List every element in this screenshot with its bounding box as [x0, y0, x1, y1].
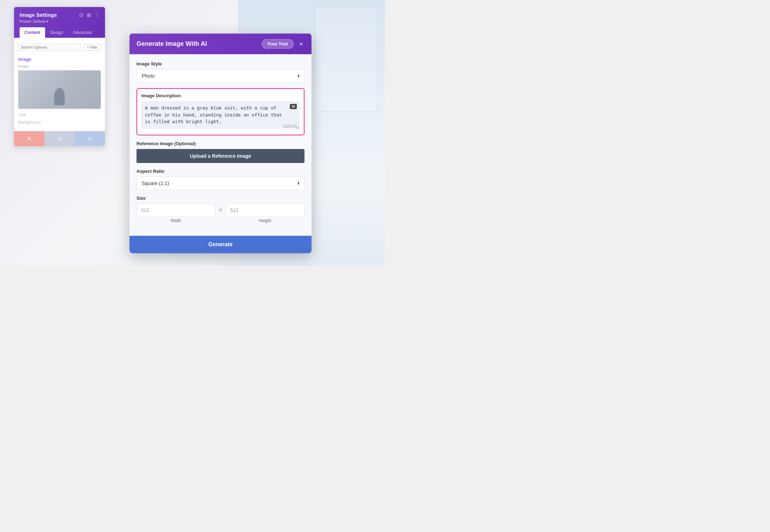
- description-textarea[interactable]: A man dressed in a gray blue suit, with …: [141, 101, 300, 129]
- search-row: + Filter: [18, 41, 101, 53]
- close-button[interactable]: ×: [298, 40, 304, 48]
- image-style-select-wrapper: Photo Illustration Oil Painting Watercol…: [136, 69, 304, 83]
- panel-title: Image Settings: [20, 12, 57, 18]
- resize-handle: ⤡: [296, 126, 299, 130]
- search-input[interactable]: [18, 43, 81, 51]
- modal-title: Generate Image With AI: [136, 40, 207, 48]
- aspect-ratio-label: Aspect Ratio: [136, 169, 304, 174]
- reference-image-label: Reference Image (Optional): [136, 141, 304, 146]
- image-thumbnail: [18, 70, 101, 109]
- bg-label: Background: [18, 120, 101, 125]
- thumb-figure: [54, 88, 65, 105]
- undo-button[interactable]: ↺: [44, 131, 75, 146]
- redo-button[interactable]: ↻: [75, 131, 105, 146]
- aspect-ratio-group: Aspect Ratio Square (1:1) Landscape (16:…: [136, 169, 304, 190]
- image-style-label: Image Style: [136, 61, 304, 66]
- height-input[interactable]: [226, 204, 304, 217]
- width-input[interactable]: [136, 204, 215, 217]
- aspect-ratio-select-wrapper: Square (1:1) Landscape (16:9) Portrait (…: [136, 177, 304, 190]
- image-description-group: Image Description A man dressed in a gra…: [136, 88, 304, 135]
- height-group: Height: [226, 204, 304, 223]
- height-label: Height: [259, 218, 271, 223]
- tab-advanced[interactable]: Advanced: [68, 27, 97, 38]
- tab-design[interactable]: Design: [45, 27, 68, 38]
- section-image-label: Image: [18, 57, 101, 62]
- more-icon[interactable]: ⋮: [94, 12, 99, 18]
- tab-content[interactable]: Content: [20, 27, 45, 38]
- link-label: Link: [18, 112, 101, 117]
- image-settings-panel: Image Settings ⊡ ⊞ ⋮ Preset: Default ▾ C…: [14, 7, 105, 146]
- size-x-separator: X: [219, 207, 222, 213]
- layout-icon[interactable]: ⊞: [87, 12, 91, 18]
- ai-badge: AI: [290, 104, 297, 109]
- size-row: Width X Height: [136, 204, 304, 223]
- free-trial-badge[interactable]: Free Trial: [262, 39, 294, 49]
- panel-header: Image Settings ⊡ ⊞ ⋮ Preset: Default ▾ C…: [14, 7, 105, 38]
- image-style-select[interactable]: Photo Illustration Oil Painting Watercol…: [136, 69, 304, 83]
- panel-preset[interactable]: Preset: Default ▾: [20, 19, 99, 24]
- char-count: 128/200: [283, 124, 297, 128]
- image-style-group: Image Style Photo Illustration Oil Paint…: [136, 61, 304, 83]
- preview-window: [315, 7, 378, 112]
- panel-body: + Filter Image Image Link Background: [14, 38, 105, 131]
- panel-tabs: Content Design Advanced: [20, 27, 99, 38]
- width-label: Width: [170, 218, 181, 223]
- size-label: Size: [136, 196, 304, 201]
- filter-button[interactable]: + Filter: [84, 44, 101, 51]
- modal-body: Image Style Photo Illustration Oil Paint…: [130, 54, 312, 236]
- panel-header-icons: ⊡ ⊞ ⋮: [79, 12, 99, 18]
- modal-footer: Generate: [130, 236, 312, 253]
- generate-button[interactable]: Generate: [130, 236, 312, 253]
- panel-header-top: Image Settings ⊡ ⊞ ⋮: [20, 12, 99, 18]
- description-textarea-wrapper: A man dressed in a gray blue suit, with …: [141, 101, 300, 130]
- bottom-buttons: ✕ ↺ ↻: [14, 131, 105, 146]
- cancel-button[interactable]: ✕: [14, 131, 44, 146]
- generate-image-modal: Generate Image With AI Free Trial × Imag…: [130, 34, 312, 253]
- description-label: Image Description: [141, 93, 300, 98]
- width-group: Width: [136, 204, 215, 223]
- size-group: Size Width X Height: [136, 196, 304, 223]
- modal-header: Generate Image With AI Free Trial ×: [130, 34, 312, 54]
- expand-icon[interactable]: ⊡: [79, 12, 83, 18]
- reference-image-group: Reference Image (Optional) Upload a Refe…: [136, 141, 304, 163]
- upload-reference-button[interactable]: Upload a Reference Image: [136, 149, 304, 163]
- aspect-ratio-select[interactable]: Square (1:1) Landscape (16:9) Portrait (…: [136, 177, 304, 190]
- sub-image-label: Image: [18, 64, 101, 68]
- modal-header-right: Free Trial ×: [262, 39, 304, 49]
